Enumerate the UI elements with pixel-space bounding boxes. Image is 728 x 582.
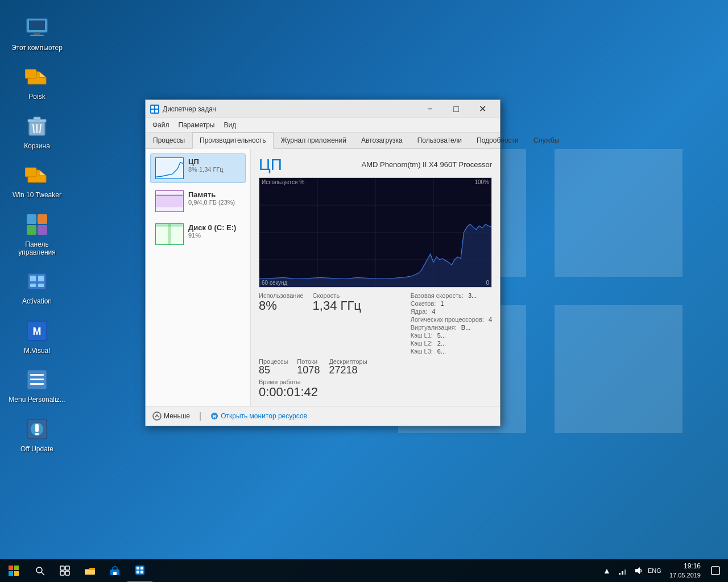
svg-rect-23 xyxy=(38,225,47,235)
tray-icons: ▲ ENG xyxy=(600,559,661,582)
task-manager-window: Диспетчер задач − □ ✕ Файл Параметры Вид… xyxy=(145,99,500,426)
tab-users[interactable]: Пользователи xyxy=(410,132,469,148)
menu-options[interactable]: Параметры xyxy=(174,119,220,131)
less-button[interactable]: Меньше xyxy=(152,411,190,421)
descriptors-value: 27218 xyxy=(329,365,367,376)
svg-rect-25 xyxy=(30,276,36,281)
store-button[interactable] xyxy=(102,559,127,582)
desktop-icon-recycle-label: Корзина xyxy=(24,142,50,150)
computer-icon xyxy=(23,14,51,41)
taskmanager-title-icon xyxy=(150,105,159,114)
desktop-icon-activation[interactable]: Activation xyxy=(6,265,68,308)
counters-section: Процессы 85 Потоки 1078 Дескрипторы 2721… xyxy=(259,358,492,376)
close-button[interactable]: ✕ xyxy=(469,100,495,118)
performance-sidebar: ЦП 8% 1,34 ГГц xyxy=(146,149,251,406)
notification-button[interactable] xyxy=(709,559,722,582)
tray-lang-icon[interactable]: ENG xyxy=(648,559,661,582)
svg-rect-6 xyxy=(34,33,40,35)
menu-file[interactable]: Файл xyxy=(148,119,174,131)
desktop-icon-poisk[interactable]: Poisk xyxy=(6,60,68,103)
cores-row: Ядра: 4 xyxy=(411,308,492,315)
monitor-icon: R xyxy=(210,412,218,420)
svg-rect-83 xyxy=(624,569,626,575)
maximize-button[interactable]: □ xyxy=(443,100,469,118)
start-button[interactable] xyxy=(0,559,27,582)
logical-row: Логических процессоров: 4 xyxy=(411,316,492,323)
tab-details[interactable]: Подробности xyxy=(469,132,526,148)
speed-stat: Скорость 1,34 ГГц xyxy=(313,292,361,355)
desktop-icon-this-pc[interactable]: Этот компьютер xyxy=(6,11,68,55)
l1-val: 5... xyxy=(437,332,446,339)
svg-rect-27 xyxy=(30,284,36,287)
chart-max-label: 100% xyxy=(474,179,489,185)
task-view-button[interactable] xyxy=(52,559,77,582)
start-icon xyxy=(9,566,19,576)
svg-rect-85 xyxy=(712,567,719,575)
explorer-icon xyxy=(84,566,96,576)
l1-row: Кэш L1: 5... xyxy=(411,332,492,339)
tray-arrow-icon[interactable]: ▲ xyxy=(600,559,614,582)
l2-val: 2... xyxy=(437,340,446,347)
tab-processes[interactable]: Процессы xyxy=(146,132,192,148)
sockets-val: 1 xyxy=(440,300,444,307)
svg-rect-43 xyxy=(155,110,158,113)
base-speed-key: Базовая скорость: xyxy=(411,292,464,299)
base-speed-val: 3... xyxy=(468,292,477,299)
task-manager-titlebar: Диспетчер задач − □ ✕ xyxy=(146,100,500,118)
tab-app-history[interactable]: Журнал приложений xyxy=(274,132,354,148)
tray-sound-icon[interactable] xyxy=(632,559,646,582)
desktop-icon-menu-label: Menu Personaliz... xyxy=(9,396,65,404)
monitor-link[interactable]: R Открыть монитор ресурсов xyxy=(210,412,307,420)
svg-rect-7 xyxy=(30,35,44,36)
task-manager-title: Диспетчер задач xyxy=(163,105,417,113)
tray-network-icon[interactable] xyxy=(616,559,630,582)
monitor-link-text[interactable]: Открыть монитор ресурсов xyxy=(221,412,307,420)
svg-rect-1 xyxy=(555,149,682,277)
memory-label: Память xyxy=(188,190,241,199)
store-icon xyxy=(110,566,120,576)
task-manager-menubar: Файл Параметры Вид xyxy=(146,118,500,132)
svg-marker-84 xyxy=(635,567,640,574)
tab-startup[interactable]: Автозагрузка xyxy=(354,132,410,148)
desktop-icon-menu[interactable]: Menu Personaliz... xyxy=(6,363,68,406)
usage-value: 8% xyxy=(259,299,304,313)
svg-text:M: M xyxy=(33,326,42,337)
cpu-label: ЦП xyxy=(188,157,241,166)
sidebar-item-cpu[interactable]: ЦП 8% 1,34 ГГц xyxy=(150,153,246,183)
spacer xyxy=(370,292,402,355)
sidebar-item-memory[interactable]: Память 0,9/4,0 ГБ (23%) xyxy=(150,186,246,216)
panel-icon xyxy=(23,211,51,238)
l3-key: Кэш L3: xyxy=(411,348,433,355)
svg-rect-62 xyxy=(9,566,13,570)
threads-value: 1078 xyxy=(297,365,320,376)
svg-rect-79 xyxy=(136,571,139,573)
svg-rect-20 xyxy=(27,214,36,224)
tab-performance[interactable]: Производительность xyxy=(192,132,273,149)
taskmanager-taskbar-button[interactable] xyxy=(127,559,152,582)
svg-rect-34 xyxy=(30,383,44,385)
menu-view[interactable]: Вид xyxy=(219,119,241,131)
desktop: Этот компьютер Poisk xyxy=(0,0,728,582)
desktop-icons-area: Этот компьютер Poisk xyxy=(0,0,74,467)
search-button[interactable] xyxy=(27,559,52,582)
taskbar-right: ▲ ENG xyxy=(600,559,728,582)
taskbar-left xyxy=(0,559,152,582)
explorer-button[interactable] xyxy=(77,559,102,582)
desktop-icon-win10tweaker[interactable]: Win 10 Tweaker xyxy=(6,159,68,202)
memory-mini-chart xyxy=(155,190,184,212)
svg-rect-42 xyxy=(151,110,154,113)
base-speed-row: Базовая скорость: 3... xyxy=(411,292,492,299)
taskmanager-taskbar-icon xyxy=(135,566,144,575)
search-icon xyxy=(35,566,45,576)
desktop-icon-recycle[interactable]: Корзина xyxy=(6,110,68,153)
cpu-full-name: AMD Phenom(tm) II X4 960T Processor xyxy=(361,160,492,169)
minimize-button[interactable]: − xyxy=(417,100,443,118)
sidebar-item-disk[interactable]: Диск 0 (С: E:) 91% xyxy=(150,219,246,249)
desktop-icon-panel[interactable]: Панель управления xyxy=(6,208,68,260)
desktop-icon-off-update[interactable]: Off Update xyxy=(6,413,68,456)
descriptors-stat: Дескрипторы 27218 xyxy=(329,358,367,376)
desktop-icon-panel-label: Панель управления xyxy=(9,240,65,257)
desktop-icon-mvisual[interactable]: M M.Visual xyxy=(6,314,68,357)
tab-services[interactable]: Службы xyxy=(526,132,566,148)
system-clock[interactable]: 19:16 17.05.2019 xyxy=(665,562,705,579)
